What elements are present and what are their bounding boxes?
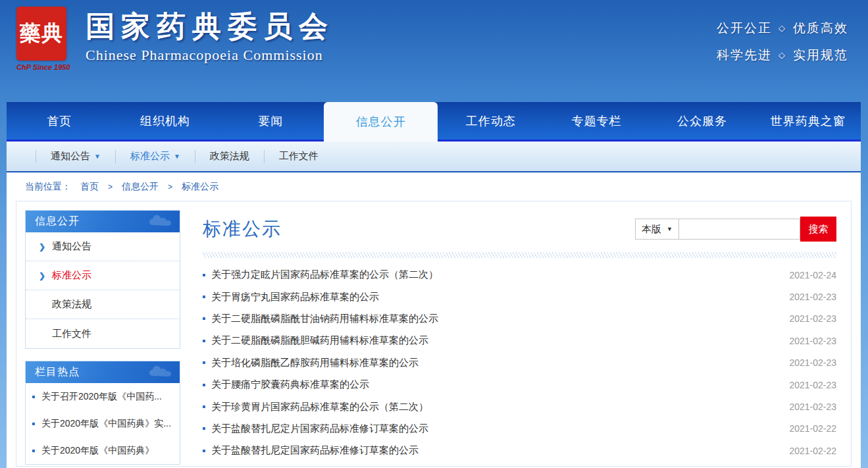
sidebar-item-notices[interactable]: ❯ 通知公告: [26, 232, 180, 261]
edition-select[interactable]: 本版 ▼: [635, 219, 679, 240]
slogan-row: 公开公正◇优质高效: [717, 20, 848, 37]
announcement-link[interactable]: 关于二硬脂酰磷脂酰甘油钠药用辅料标准草案的公示: [211, 313, 438, 325]
breadcrumb: 当前位置： 首页 > 信息公开 > 标准公示: [7, 172, 861, 201]
bullet-square-icon: [203, 274, 205, 276]
list-item: 关于强力定眩片国家药品标准草案的公示（第二次） 2021-02-24: [203, 264, 836, 286]
subnav-label: 通知公告: [51, 150, 90, 161]
breadcrumb-home[interactable]: 首页: [80, 181, 99, 193]
search-input[interactable]: [679, 219, 800, 240]
slogan-row: 科学先进◇实用规范: [717, 47, 848, 64]
bullet-square-icon: [32, 450, 35, 452]
announcement-link[interactable]: 关于盐酸替扎尼定片国家药品标准修订草案的公示: [211, 423, 428, 435]
announcement-link[interactable]: 关于二硬脂酰磷脂酰胆碱药用辅料标准草案的公示: [211, 334, 428, 347]
sidebar-item-policies[interactable]: 政策法规: [26, 290, 180, 319]
hot-topic-label: 关于2020年版《中国药典》实...: [41, 417, 171, 430]
subnav-label: 工作文件: [279, 150, 319, 161]
subnav-item-standards[interactable]: 标准公示▼: [130, 150, 180, 163]
page-title: 标准公示: [203, 217, 282, 242]
cloud-icon: [148, 213, 176, 229]
announcement-date: 2021-02-23: [781, 357, 836, 368]
nav-tab-organization[interactable]: 组织机构: [113, 102, 218, 140]
main-content: 标准公示 本版 ▼ 搜索 关于强力定眩片国家药品标准草案的公示（第二次） 202…: [180, 210, 851, 466]
chevron-down-icon: ▼: [667, 226, 673, 232]
bullet-square-icon: [203, 340, 205, 342]
announcement-link[interactable]: 关于腰痛宁胶囊药典标准草案的公示: [211, 378, 369, 391]
list-item: 关于二硬脂酰磷脂酰甘油钠药用辅料标准草案的公示 2021-02-23: [203, 308, 836, 330]
nav-tab-home[interactable]: 首页: [7, 102, 113, 140]
announcement-date: 2021-02-23: [781, 402, 836, 412]
subnav-label: 标准公示: [130, 150, 170, 161]
announcement-date: 2021-02-22: [781, 446, 836, 456]
bullet-square-icon: [203, 296, 205, 298]
subnav-item-notices[interactable]: 通知公告▼: [51, 150, 101, 163]
divider: [36, 150, 36, 163]
hot-topic-label: 关于召开2020年版《中国药...: [41, 390, 162, 403]
chevron-down-icon: ▼: [94, 153, 101, 160]
list-item: 关于培化磷脂酰乙醇胺药用辅料标准草案的公示 2021-02-23: [203, 352, 836, 374]
subnav-item-policies[interactable]: 政策法规: [210, 150, 249, 163]
sidebar-section-title: 信息公开: [26, 211, 180, 232]
bullet-square-icon: [203, 384, 205, 386]
divider: [115, 150, 116, 163]
hot-topic-item[interactable]: 关于召开2020年版《中国药...: [26, 383, 180, 410]
site-subtitle: Chinese Pharmacopoeia Commission: [86, 47, 334, 64]
slogan-text: 科学先进: [717, 48, 772, 62]
site-title-block: 国家药典委员会 Chinese Pharmacopoeia Commission: [86, 11, 334, 64]
cloud-icon: [148, 364, 176, 380]
main-nav: 首页 组织机构 要闻 信息公开 工作动态 专题专栏 公众服务 世界药典之窗: [7, 102, 861, 142]
edition-select-value: 本版: [642, 223, 661, 236]
page-container: 首页 组织机构 要闻 信息公开 工作动态 专题专栏 公众服务 世界药典之窗 通知…: [7, 102, 861, 468]
bullet-square-icon: [203, 361, 205, 364]
sidebar-section-title: 栏目热点: [26, 361, 180, 383]
nav-tab-public-service[interactable]: 公众服务: [650, 102, 755, 140]
announcement-link[interactable]: 关于盐酸替扎尼定国家药品标准修订草案的公示: [211, 444, 419, 457]
announcement-date: 2021-02-23: [781, 292, 836, 302]
bullet-square-icon: [32, 396, 35, 398]
nav-tab-news[interactable]: 要闻: [218, 102, 324, 140]
nav-tab-special-columns[interactable]: 专题专栏: [544, 102, 650, 140]
hot-topic-item[interactable]: 关于2020年版《中国药典》实...: [26, 410, 180, 437]
sidebar-item-standards[interactable]: ❯ 标准公示: [26, 261, 180, 290]
nav-tab-world-pharmacopoeia[interactable]: 世界药典之窗: [755, 102, 861, 140]
bullet-square-icon: [203, 450, 205, 452]
diamond-icon: ◇: [779, 23, 786, 33]
sidebar: 信息公开 ❯ 通知公告 ❯ 标准公示 政策法规: [25, 210, 180, 466]
divider: [195, 150, 195, 163]
chevron-right-icon: ❯: [39, 242, 52, 251]
content-panel: 信息公开 ❯ 通知公告 ❯ 标准公示 政策法规: [16, 201, 852, 467]
sidebar-item-work-documents[interactable]: 工作文件: [26, 319, 180, 348]
search-button[interactable]: 搜索: [800, 217, 836, 242]
announcement-date: 2021-02-23: [781, 380, 836, 390]
chevron-down-icon: ▼: [174, 153, 180, 160]
bullet-square-icon: [32, 423, 35, 425]
nav-tab-information-disclosure[interactable]: 信息公开: [324, 102, 438, 142]
sidebar-item-label: 通知公告: [52, 240, 91, 253]
breadcrumb-label: 当前位置：: [25, 181, 71, 193]
bullet-square-icon: [203, 405, 205, 408]
list-item: 关于腰痛宁胶囊药典标准草案的公示 2021-02-23: [203, 374, 836, 396]
breadcrumb-standards[interactable]: 标准公示: [182, 181, 218, 193]
sidebar-section-hot-topics: 栏目热点 关于召开2020年版《中国药... 关于2020年版《中国药典》实..…: [25, 361, 180, 465]
list-item: 关于盐酸替扎尼定国家药品标准修订草案的公示 2021-02-22: [203, 440, 836, 461]
divider: [264, 150, 265, 163]
nav-tab-work-updates[interactable]: 工作动态: [438, 102, 544, 140]
announcement-link[interactable]: 关于培化磷脂酰乙醇胺药用辅料标准草案的公示: [211, 357, 419, 369]
sidebar-section-information: 信息公开 ❯ 通知公告 ❯ 标准公示 政策法规: [25, 210, 180, 349]
subnav-item-work-documents[interactable]: 工作文件: [279, 150, 319, 163]
announcement-link[interactable]: 关于强力定眩片国家药品标准草案的公示（第二次）: [211, 269, 438, 281]
main-header: 标准公示 本版 ▼ 搜索: [203, 217, 836, 242]
sidebar-item-label: 工作文件: [52, 328, 91, 340]
announcement-date: 2021-02-23: [781, 336, 836, 346]
hot-topic-item[interactable]: 关于2020年版《中国药典》: [26, 437, 180, 464]
seal-caption: ChP Since 1950: [16, 63, 82, 71]
diamond-icon: ◇: [779, 50, 786, 60]
slogan-text: 公开公正: [717, 21, 772, 35]
site-logo[interactable]: 藥典 ChP Since 1950: [16, 7, 82, 71]
announcement-link[interactable]: 关于胃疡宁丸国家药品标准草案的公示: [211, 291, 379, 303]
list-item: 关于二硬脂酰磷脂酰胆碱药用辅料标准草案的公示 2021-02-23: [203, 330, 836, 351]
announcement-link[interactable]: 关于珍黄胃片国家药品标准草案的公示（第二次）: [211, 401, 428, 413]
list-item: 关于盐酸替扎尼定片国家药品标准修订草案的公示 2021-02-22: [203, 418, 836, 440]
breadcrumb-separator: >: [108, 182, 113, 192]
breadcrumb-information-disclosure[interactable]: 信息公开: [122, 181, 159, 193]
hatched-divider: [203, 252, 836, 258]
